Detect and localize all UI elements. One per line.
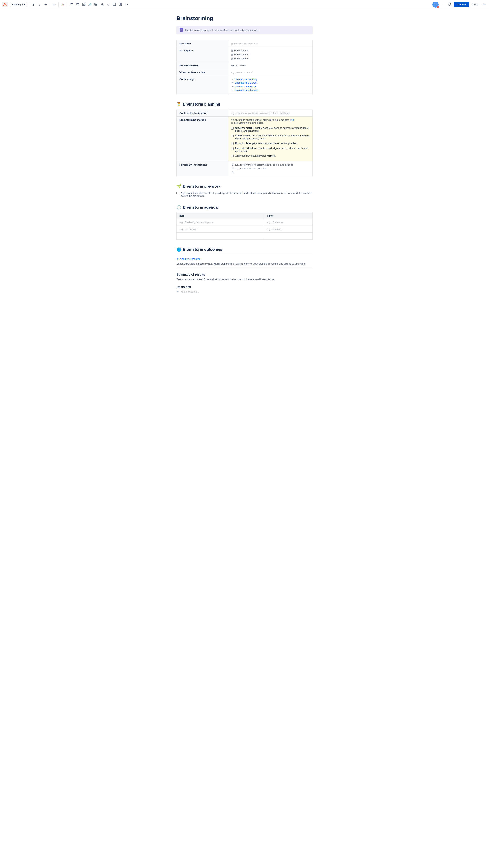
user-avatar[interactable]: CK: [432, 2, 438, 8]
bullet-list-icon: [70, 3, 73, 6]
prework-checkbox-input[interactable]: [176, 192, 179, 194]
checkbox-creative-matrix-input[interactable]: [231, 127, 234, 130]
agenda-time-2[interactable]: e.g., 5 minutes: [264, 226, 313, 232]
more-options-button[interactable]: •••: [481, 2, 487, 7]
bold-button[interactable]: B: [31, 2, 36, 7]
notifications-button[interactable]: [447, 2, 452, 7]
checkbox-idea-prioritization-label: Idea prioritization- visualize and align…: [235, 147, 310, 153]
goals-label: Goals of the brainstorm: [177, 110, 228, 117]
list-item: Brainstorm agenda: [235, 85, 310, 88]
agenda-time-header: Time: [264, 213, 313, 219]
link-button[interactable]: 🔗: [87, 2, 92, 7]
svg-rect-21: [120, 3, 122, 5]
decisions-section: Decisions ⚑ Add a decision...: [176, 285, 313, 293]
emoji-icon: ☺: [107, 3, 110, 6]
conference-value[interactable]: e.g., www.zoom.us/: [228, 69, 313, 76]
add-decision-button[interactable]: ⚑ Add a decision...: [176, 290, 313, 293]
more-format-button[interactable]: •••: [43, 2, 48, 7]
agenda-item-2[interactable]: e.g., Ice breaker: [177, 226, 264, 232]
columns-button[interactable]: [118, 2, 123, 7]
outcomes-top-divider: [176, 255, 313, 255]
table-button[interactable]: [112, 2, 117, 7]
svg-rect-2: [71, 3, 73, 4]
color-button[interactable]: A ▾: [60, 2, 65, 7]
list-item: Brainstorm planning: [235, 78, 310, 81]
method-value[interactable]: Visit Mural to check out their brainstor…: [228, 117, 313, 161]
heading-selector[interactable]: Heading 2 ▾: [10, 2, 27, 7]
table-row: Participant instructions e.g., review th…: [177, 161, 313, 176]
outcomes-section-heading: 🌐 Brainstorm outcomes: [176, 247, 313, 252]
emoji-button[interactable]: ☺: [106, 2, 111, 7]
decisions-heading: Decisions: [176, 285, 313, 289]
add-decision-label: Add a decision...: [180, 290, 199, 293]
checkbox-creative-matrix: Creative matrix- quickly generate ideas …: [231, 127, 310, 132]
numbered-list-button[interactable]: 1.2.3.: [75, 2, 80, 7]
planning-heading-text: Brainstorm planning: [183, 102, 220, 106]
align-button[interactable]: ≡ ▾: [52, 2, 57, 7]
prework-link[interactable]: Brainstorm pre-work: [235, 81, 257, 84]
agenda-link[interactable]: Brainstorm agenda: [235, 85, 256, 88]
outcomes-link[interactable]: Brainstorm outcomes: [235, 89, 258, 91]
agenda-item-3[interactable]: [177, 232, 264, 240]
mention-button[interactable]: @: [99, 2, 105, 7]
goals-value[interactable]: e.g., Gather lots of ideas from a cross …: [228, 110, 313, 117]
svg-rect-8: [77, 3, 79, 4]
chevron-down-icon-3: ▾: [63, 4, 64, 5]
plus-icon: +: [442, 3, 443, 6]
mural-link[interactable]: link: [290, 119, 294, 121]
checkbox-silent-circuit: Silent circuit- run a brainstorm that is…: [231, 134, 310, 140]
italic-button[interactable]: I: [37, 2, 42, 7]
agenda-time-3[interactable]: [264, 232, 313, 240]
plus-tools-icon: +▾: [125, 3, 128, 6]
heading-label: Heading 2: [12, 3, 23, 6]
planning-link[interactable]: Brainstorm planning: [235, 78, 257, 81]
svg-rect-4: [71, 4, 73, 4]
table-row: [177, 232, 313, 240]
table-row: On this page Brainstorm planning Brainst…: [177, 76, 313, 94]
checkbox-silent-circuit-input[interactable]: [231, 134, 234, 137]
checkbox-icon: [82, 3, 85, 6]
agenda-time-1[interactable]: e.g., 5 minutes: [264, 219, 313, 226]
list-item: e.g., come with an open mind: [235, 167, 310, 170]
checkbox-idea-prioritization-input[interactable]: [231, 147, 234, 150]
facilitator-value[interactable]: @ mention the facilitator: [228, 40, 313, 47]
at-icon: @: [100, 3, 103, 6]
bullet-list-button[interactable]: [69, 2, 74, 7]
method-intro: Visit Mural to check out their brainstor…: [231, 119, 310, 124]
agenda-item-1[interactable]: e.g., Review goals and agenda: [177, 219, 264, 226]
list-item: Brainstorm pre-work: [235, 81, 310, 84]
checkbox-custom-input[interactable]: [231, 155, 234, 157]
outcomes-description: Either export and embed a virtual Mural …: [176, 262, 313, 265]
checkbox-custom-label: Add your own brainstorming method.: [235, 154, 276, 157]
instructions-value[interactable]: e.g., review the brainstorm inputs, goal…: [228, 161, 313, 176]
svg-rect-20: [119, 3, 120, 5]
checkbox-button[interactable]: [81, 2, 86, 7]
chevron-down-icon-2: ▾: [55, 4, 56, 5]
more-tools-button[interactable]: +▾: [124, 2, 129, 7]
publish-button[interactable]: Publish: [454, 2, 469, 7]
embed-link[interactable]: <Embed your results>: [176, 257, 201, 260]
checkbox-silent-circuit-label: Silent circuit- run a brainstorm that is…: [235, 134, 310, 140]
svg-point-3: [70, 4, 71, 5]
participants-label: Participants: [177, 47, 228, 62]
image-icon: [94, 3, 97, 6]
svg-point-5: [70, 5, 71, 5]
checkbox-round-robin-input[interactable]: [231, 142, 234, 145]
image-button[interactable]: [93, 2, 98, 7]
table-row: Facilitator @ mention the facilitator: [177, 40, 313, 47]
close-button[interactable]: Close: [470, 2, 480, 7]
svg-rect-13: [82, 3, 85, 5]
prework-text: Add any links to docs or files for parti…: [181, 192, 313, 197]
participants-value[interactable]: @ Participant 1 @ Participant 2 @ Partic…: [228, 47, 313, 62]
banner-text: This template is brought to you by Mural…: [185, 29, 259, 31]
on-this-page-value: Brainstorm planning Brainstorm pre-work …: [228, 76, 313, 94]
on-this-page-label: On this page: [177, 76, 228, 94]
date-value[interactable]: Feb 12, 2020: [228, 62, 313, 69]
add-collaborator-button[interactable]: +: [440, 2, 445, 7]
list-item: Brainstorm outcomes: [235, 89, 310, 91]
agenda-item-header: Item: [177, 213, 264, 219]
prework-section: Add any links to docs or files for parti…: [176, 192, 313, 197]
checkbox-round-robin-label: Round robin- get a fresh perspective on …: [235, 142, 297, 145]
table-row: Brainstorm date Feb 12, 2020: [177, 62, 313, 69]
facilitator-label: Facilitator: [177, 40, 228, 47]
